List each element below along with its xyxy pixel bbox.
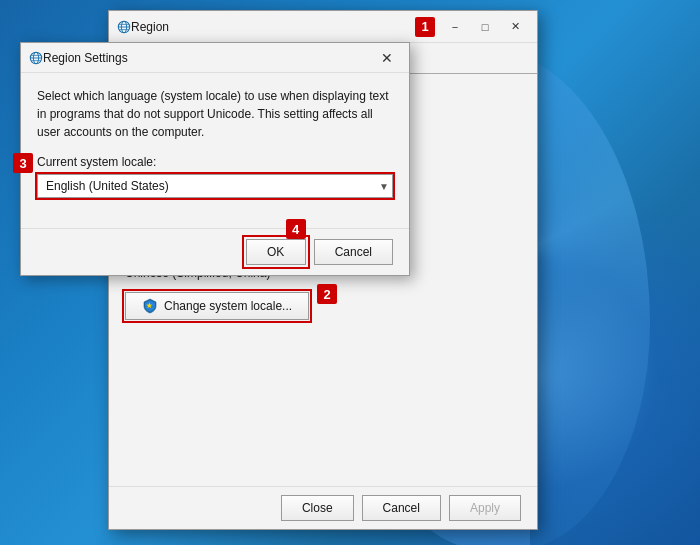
bottom-buttons: Close Cancel Apply [109,486,537,529]
close-button[interactable]: ✕ [501,17,529,37]
change-locale-button[interactable]: ★ Change system locale... [125,292,309,320]
locale-select[interactable]: English (United States) Chinese (Simplif… [37,174,393,198]
annotation-2: 2 [317,284,337,304]
locale-select-wrapper: English (United States) Chinese (Simplif… [37,174,393,198]
maximize-button[interactable]: □ [471,17,499,37]
minimize-button[interactable]: − [441,17,469,37]
annotation-1: 1 [415,17,435,37]
svg-text:★: ★ [146,302,153,309]
modal-cancel-button[interactable]: Cancel [314,239,393,265]
apply-main-button[interactable]: Apply [449,495,521,521]
region-window-title: Region [131,20,413,34]
modal-ok-button[interactable]: OK [246,239,306,265]
region-title-bar: Region 1 − □ ✕ [109,11,537,43]
modal-title-bar: Region Settings ✕ [21,43,409,73]
change-locale-btn-label: Change system locale... [164,299,292,313]
modal-close-button[interactable]: ✕ [373,48,401,68]
modal-title-text: Region Settings [43,51,373,65]
shield-icon: ★ [142,298,158,314]
modal-body: Select which language (system locale) to… [21,73,409,228]
close-main-button[interactable]: Close [281,495,354,521]
region-title-icon [117,20,131,34]
cancel-main-button[interactable]: Cancel [362,495,441,521]
modal-field-label: Current system locale: [37,155,393,169]
modal-footer: 4 OK Cancel [21,228,409,275]
modal-description: Select which language (system locale) to… [37,87,393,141]
region-settings-modal: Region Settings ✕ Select which language … [20,42,410,276]
title-bar-controls: − □ ✕ [441,17,529,37]
modal-title-icon [29,51,43,65]
